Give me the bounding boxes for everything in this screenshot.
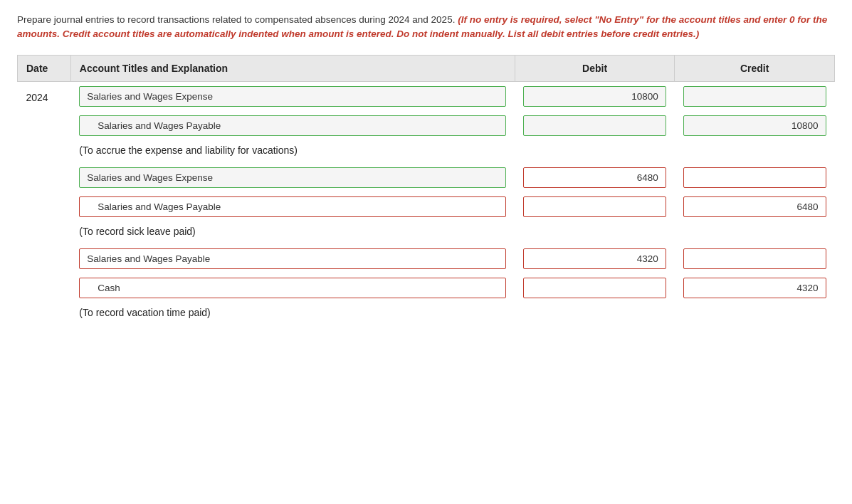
account-field[interactable] — [70, 81, 515, 111]
account-input[interactable] — [79, 167, 506, 188]
credit-input[interactable] — [683, 278, 826, 298]
table-row — [18, 273, 835, 303]
account-field[interactable] — [70, 192, 515, 221]
table-row — [18, 111, 835, 140]
account-input[interactable] — [79, 278, 506, 298]
credit-field[interactable] — [675, 192, 835, 221]
credit-input[interactable] — [683, 167, 826, 188]
debit-input[interactable] — [523, 115, 666, 136]
header-debit: Debit — [515, 55, 675, 81]
date-2024: 2024 — [18, 81, 71, 111]
journal-table: Date Account Titles and Explanation Debi… — [17, 55, 835, 325]
table-row — [18, 163, 835, 192]
header-date: Date — [18, 55, 71, 81]
empty-date — [18, 192, 71, 221]
credit-field[interactable] — [675, 81, 835, 111]
header-account: Account Titles and Explanation — [70, 55, 515, 81]
table-row — [18, 244, 835, 273]
empty-date — [18, 111, 71, 140]
header-credit: Credit — [675, 55, 835, 81]
debit-field[interactable] — [515, 192, 675, 221]
debit-field[interactable] — [515, 81, 675, 111]
debit-field[interactable] — [515, 244, 675, 273]
debit-input[interactable] — [523, 248, 666, 269]
table-row: 2024 — [18, 81, 835, 111]
credit-input[interactable] — [683, 196, 826, 217]
debit-input[interactable] — [523, 278, 666, 298]
account-field[interactable] — [70, 111, 515, 140]
note-row: (To record sick leave paid) — [18, 221, 835, 244]
instructions: Prepare journal entries to record transa… — [17, 13, 835, 42]
account-field[interactable] — [70, 273, 515, 303]
note-text: (To record sick leave paid) — [70, 221, 834, 244]
instruction-main: Prepare journal entries to record transa… — [17, 14, 455, 25]
empty-date — [18, 244, 71, 273]
note-text: (To record vacation time paid) — [70, 303, 834, 325]
credit-input[interactable] — [683, 86, 826, 107]
credit-input[interactable] — [683, 115, 826, 136]
empty-date — [18, 163, 71, 192]
note-text: (To accrue the expense and liability for… — [70, 140, 834, 163]
note-row: (To accrue the expense and liability for… — [18, 140, 835, 163]
debit-input[interactable] — [523, 167, 666, 188]
credit-field[interactable] — [675, 273, 835, 303]
note-row: (To record vacation time paid) — [18, 303, 835, 325]
account-field[interactable] — [70, 244, 515, 273]
debit-input[interactable] — [523, 196, 666, 217]
credit-input[interactable] — [683, 248, 826, 269]
empty-date — [18, 273, 71, 303]
debit-input[interactable] — [523, 86, 666, 107]
debit-field[interactable] — [515, 111, 675, 140]
credit-field[interactable] — [675, 244, 835, 273]
debit-field[interactable] — [515, 163, 675, 192]
table-row — [18, 192, 835, 221]
account-field[interactable] — [70, 163, 515, 192]
account-input[interactable] — [79, 115, 506, 136]
account-input[interactable] — [79, 86, 506, 107]
credit-field[interactable] — [675, 163, 835, 192]
account-input[interactable] — [79, 196, 506, 217]
credit-field[interactable] — [675, 111, 835, 140]
account-input[interactable] — [79, 248, 506, 269]
debit-field[interactable] — [515, 273, 675, 303]
